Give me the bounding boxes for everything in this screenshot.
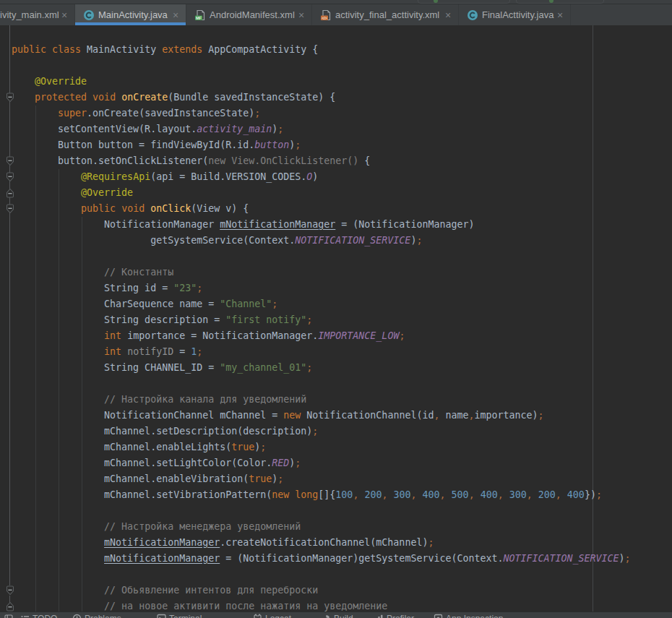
tab-close-icon[interactable]: × — [555, 10, 565, 20]
code-token — [12, 394, 104, 405]
code-token — [446, 489, 452, 500]
code-token: importance) — [474, 410, 538, 421]
code-token: // Настройка канала для уведомлений — [104, 394, 306, 405]
tool-window-button-app-inspection[interactable]: App Inspection — [434, 614, 503, 618]
layout-file-icon: </> — [320, 9, 332, 21]
code-token: mChannel.setDescription(description) — [12, 426, 312, 437]
code-token: onCreate — [121, 92, 168, 103]
code-token — [87, 92, 92, 103]
code-token: String id = — [12, 283, 173, 293]
fold-marker-down-icon[interactable] — [6, 156, 14, 166]
manifest-file-icon: MF — [194, 9, 206, 21]
code-line-18: String description = "first notify"; — [12, 312, 631, 328]
code-text[interactable]: public class MainActivity extends AppCom… — [12, 26, 631, 611]
android-studio-window: ivity_main.xml× MainActivity.java× MFAnd… — [0, 0, 672, 618]
fold-marker-up-icon[interactable] — [6, 601, 14, 611]
code-line-14 — [12, 249, 631, 265]
fold-marker-down-icon[interactable] — [6, 93, 14, 103]
tab-close-icon[interactable]: × — [296, 10, 306, 20]
code-token: ) — [619, 553, 625, 564]
editor-tab-mainactivity-java[interactable]: MainActivity.java× — [75, 4, 186, 25]
code-token: button.setOnClickListener( — [12, 155, 208, 166]
code-token: ; — [625, 553, 631, 564]
code-line-29: mChannel.setVibrationPattern(new long[]{… — [12, 487, 631, 503]
fold-marker-down-icon[interactable] — [6, 585, 14, 596]
svg-text:MF: MF — [196, 15, 202, 20]
code-token: new — [283, 410, 301, 421]
code-token: ; — [306, 362, 312, 373]
code-token: ; — [197, 346, 202, 357]
code-token: 200 — [364, 489, 382, 500]
code-token: MainActivity — [81, 44, 162, 55]
code-token: 300 — [509, 489, 527, 500]
code-token: ) — [312, 171, 318, 182]
run-config-widget-fragment[interactable] — [418, 0, 510, 4]
code-token: "my_channel_01" — [220, 362, 306, 373]
fold-marker-up-icon[interactable] — [6, 188, 14, 198]
code-line-22 — [12, 376, 631, 392]
code-token: NotificationChannel mChannel = — [12, 410, 283, 421]
code-token: mNotificationManager — [104, 537, 220, 548]
code-token — [116, 92, 121, 103]
run-actions-widget-fragment[interactable] — [516, 0, 604, 4]
code-token: @Override — [35, 76, 87, 87]
tool-window-switcher-icon[interactable] — [4, 614, 13, 618]
app-inspection-icon — [434, 614, 443, 618]
code-token: ; — [260, 442, 266, 452]
tool-window-button-terminal[interactable]: Terminal — [157, 614, 202, 618]
tool-window-button-problems[interactable]: Problems — [72, 614, 121, 618]
code-line-32: mNotificationManager.createNotificationC… — [12, 535, 631, 551]
code-token: NotificationChannel(id — [301, 410, 434, 421]
tool-window-button-todo[interactable]: TODO — [20, 614, 57, 618]
fold-marker-down-icon[interactable] — [6, 172, 14, 182]
code-token: extends — [162, 44, 202, 55]
code-token: protected — [35, 92, 87, 103]
editor-tab-ivity-main-xml[interactable]: ivity_main.xml× — [0, 4, 75, 25]
code-token: // Настройка менеджера уведомлений — [104, 521, 301, 532]
tool-window-button-label: Profiler — [387, 614, 414, 618]
code-token: importance = NotificationManager. — [121, 330, 318, 341]
java-class-icon — [467, 9, 478, 21]
tool-window-button-logcat[interactable]: Logcat — [253, 614, 291, 618]
tool-window-bar: TODO Problems Terminal Logcat Build Prof… — [0, 611, 672, 618]
code-token — [116, 203, 121, 214]
code-token: ; — [596, 489, 602, 500]
editor-tab-activity-final-acttivity-xml[interactable]: </>activity_final_acttivity.xml× — [312, 4, 459, 25]
code-token: @RequiresApi — [81, 171, 150, 182]
code-line-0 — [12, 26, 631, 42]
tab-close-icon[interactable]: × — [443, 10, 453, 20]
fold-marker-down-icon[interactable] — [6, 204, 14, 214]
tool-window-button-profiler[interactable]: Profiler — [374, 614, 414, 618]
code-token: , — [469, 489, 475, 500]
tab-close-icon[interactable]: × — [171, 10, 181, 20]
code-token: long — [295, 489, 318, 500]
editor-tab-androidmanifest-xml[interactable]: MFAndroidManifest.xml× — [186, 4, 312, 25]
code-token: .createNotificationChannel(mChannel) — [220, 537, 428, 548]
code-line-31: // Настройка менеджера уведомлений — [12, 519, 631, 535]
code-token: getSystemService(Context. — [12, 235, 295, 246]
code-token — [561, 489, 567, 500]
tab-close-icon[interactable]: × — [59, 10, 69, 20]
code-line-5: super.onCreate(savedInstanceState); — [12, 106, 631, 121]
terminal-icon — [157, 614, 166, 618]
code-token: .onCreate(savedInstanceState) — [87, 108, 254, 119]
code-line-35: // Обьявление интентов для переброски — [12, 583, 631, 598]
code-line-7: Button button = findViewById(R.id.button… — [12, 137, 631, 153]
code-line-30 — [12, 503, 631, 519]
code-token: ; — [312, 426, 318, 437]
tool-window-button-build[interactable]: Build — [322, 614, 353, 618]
code-line-16: String id = "23"; — [12, 280, 631, 296]
code-line-6: setContentView(R.layout.activity_main); — [12, 121, 631, 137]
code-token: 400 — [423, 489, 440, 500]
tab-label: FinalActtivity.java — [482, 9, 553, 20]
code-editor[interactable]: public class MainActivity extends AppCom… — [0, 25, 672, 611]
code-token: super — [58, 108, 87, 119]
editor-tab-bar: ivity_main.xml× MainActivity.java× MFAnd… — [0, 4, 672, 25]
code-token — [121, 346, 127, 357]
code-token: ; — [277, 124, 283, 134]
code-token: "Channel" — [220, 299, 272, 309]
code-token: public — [81, 203, 116, 214]
editor-tab-finalacttivity-java[interactable]: FinalActtivity.java× — [459, 4, 571, 25]
code-line-23: // Настройка канала для уведомлений — [12, 392, 631, 408]
code-token: , — [411, 489, 417, 500]
